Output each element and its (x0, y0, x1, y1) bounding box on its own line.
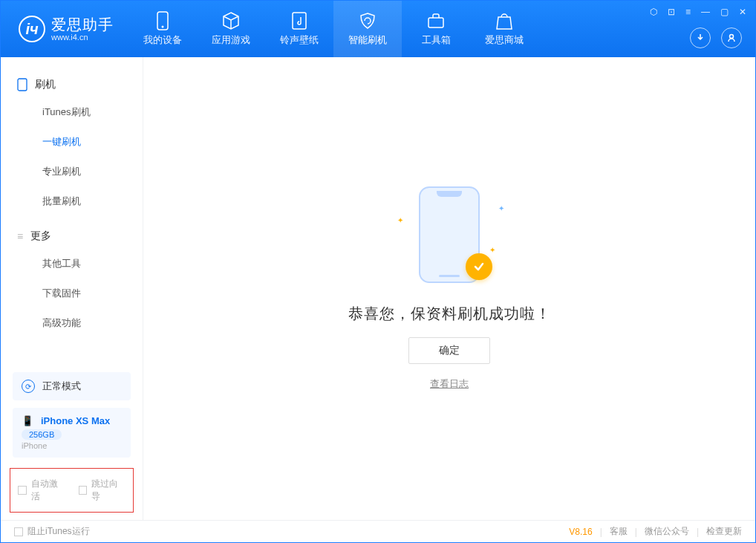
check-badge-icon (466, 253, 492, 280)
app-header: iч 爱思助手 www.i4.cn 我的设备 应用游戏 铃声壁纸 智能刷机 工具… (1, 1, 755, 57)
sparkle-icon: ✦ (489, 246, 495, 254)
svg-point-1 (162, 26, 164, 28)
device-name: iPhone XS Max (41, 415, 110, 426)
app-title: 爱思助手 (51, 16, 114, 33)
sidebar-item-advanced[interactable]: 高级功能 (1, 308, 143, 338)
feedback-icon[interactable]: ⊡ (668, 7, 675, 17)
tab-apps[interactable]: 应用游戏 (197, 1, 265, 57)
svg-point-4 (730, 35, 734, 39)
tab-label: 应用游戏 (212, 33, 250, 47)
update-link[interactable]: 检查更新 (706, 525, 742, 538)
download-button[interactable] (690, 27, 711, 48)
tab-flash[interactable]: 智能刷机 (333, 1, 402, 57)
maximize-icon[interactable]: ▢ (720, 7, 729, 17)
mode-label: 正常模式 (42, 380, 81, 393)
main-content: ✦ ✦ ✦ 恭喜您，保资料刷机成功啦！ 确定 查看日志 (143, 57, 755, 520)
minimize-icon[interactable]: — (701, 7, 710, 17)
ok-button[interactable]: 确定 (408, 337, 490, 364)
version-label: V8.16 (569, 527, 592, 537)
checkbox-label: 跳过向导 (91, 478, 126, 503)
wechat-link[interactable]: 微信公众号 (645, 525, 689, 538)
nav-tabs: 我的设备 应用游戏 铃声壁纸 智能刷机 工具箱 爱思商城 (128, 1, 538, 57)
sidebar-group-more: ≡ 更多 (1, 216, 143, 249)
menu-icon[interactable]: ≡ (685, 7, 691, 17)
tab-ringtones[interactable]: 铃声壁纸 (265, 1, 333, 57)
device-type: iPhone (22, 441, 122, 450)
phone-small-icon (17, 78, 27, 91)
checkbox-auto-activate[interactable]: 自动激活 (18, 478, 65, 503)
options-highlight-box: 自动激活 跳过向导 (10, 468, 134, 513)
device-capacity: 256GB (22, 429, 62, 440)
list-icon: ≡ (17, 230, 23, 242)
music-file-icon (290, 11, 309, 30)
toolbox-icon (426, 11, 446, 30)
tab-toolbox[interactable]: 工具箱 (402, 1, 470, 57)
sparkle-icon: ✦ (498, 204, 504, 212)
success-illustration: ✦ ✦ ✦ (390, 186, 509, 290)
sidebar-item-batch[interactable]: 批量刷机 (1, 186, 143, 216)
status-bar: 阻止iTunes运行 V8.16 | 客服 | 微信公众号 | 检查更新 (1, 520, 755, 542)
checkbox-block-itunes[interactable]: 阻止iTunes运行 (14, 525, 90, 538)
group-label: 刷机 (35, 78, 56, 91)
app-url: www.i4.cn (51, 33, 114, 42)
refresh-shield-icon (358, 11, 377, 30)
tab-label: 工具箱 (422, 33, 451, 47)
sidebar: 刷机 iTunes刷机 一键刷机 专业刷机 批量刷机 ≡ 更多 其他工具 下载固… (1, 57, 143, 520)
checkbox-icon (14, 527, 23, 536)
tab-device[interactable]: 我的设备 (128, 1, 197, 57)
sidebar-item-itunes[interactable]: iTunes刷机 (1, 97, 143, 127)
tab-label: 智能刷机 (348, 33, 387, 47)
checkbox-label: 自动激活 (31, 478, 65, 503)
checkbox-label: 阻止iTunes运行 (27, 525, 90, 538)
sidebar-item-onekey[interactable]: 一键刷机 (1, 127, 143, 157)
logo-icon: iч (19, 16, 45, 42)
success-message: 恭喜您，保资料刷机成功啦！ (348, 304, 551, 324)
group-label: 更多 (30, 230, 51, 243)
sidebar-group-flash: 刷机 (1, 72, 143, 97)
sidebar-item-other[interactable]: 其他工具 (1, 249, 143, 279)
mode-icon: ⟳ (22, 380, 35, 393)
bag-icon (495, 11, 514, 30)
device-mode-card[interactable]: ⟳ 正常模式 (13, 372, 131, 400)
tab-store[interactable]: 爱思商城 (470, 1, 538, 57)
sidebar-item-pro[interactable]: 专业刷机 (1, 157, 143, 186)
checkbox-icon (79, 486, 88, 495)
user-button[interactable] (721, 27, 742, 48)
support-link[interactable]: 客服 (610, 525, 628, 538)
titlebar-controls: ⬡ ⊡ ≡ — ▢ ✕ (650, 7, 746, 17)
cube-icon (221, 11, 241, 30)
tab-label: 铃声壁纸 (280, 33, 319, 47)
sparkle-icon: ✦ (397, 216, 403, 224)
device-card[interactable]: 📱 iPhone XS Max 256GB iPhone (13, 408, 131, 458)
phone-icon (153, 11, 172, 30)
checkbox-icon (18, 486, 27, 495)
sidebar-item-firmware[interactable]: 下载固件 (1, 279, 143, 308)
svg-rect-3 (428, 18, 443, 27)
logo: iч 爱思助手 www.i4.cn (1, 16, 128, 42)
tshirt-icon[interactable]: ⬡ (650, 7, 657, 17)
svg-rect-2 (293, 13, 306, 29)
tab-label: 爱思商城 (485, 33, 524, 47)
close-icon[interactable]: ✕ (739, 7, 746, 17)
phone-tiny-icon: 📱 (22, 415, 33, 426)
view-log-link[interactable]: 查看日志 (430, 377, 469, 391)
svg-rect-5 (18, 79, 27, 91)
tab-label: 我的设备 (143, 33, 182, 47)
checkbox-skip-setup[interactable]: 跳过向导 (79, 478, 126, 503)
